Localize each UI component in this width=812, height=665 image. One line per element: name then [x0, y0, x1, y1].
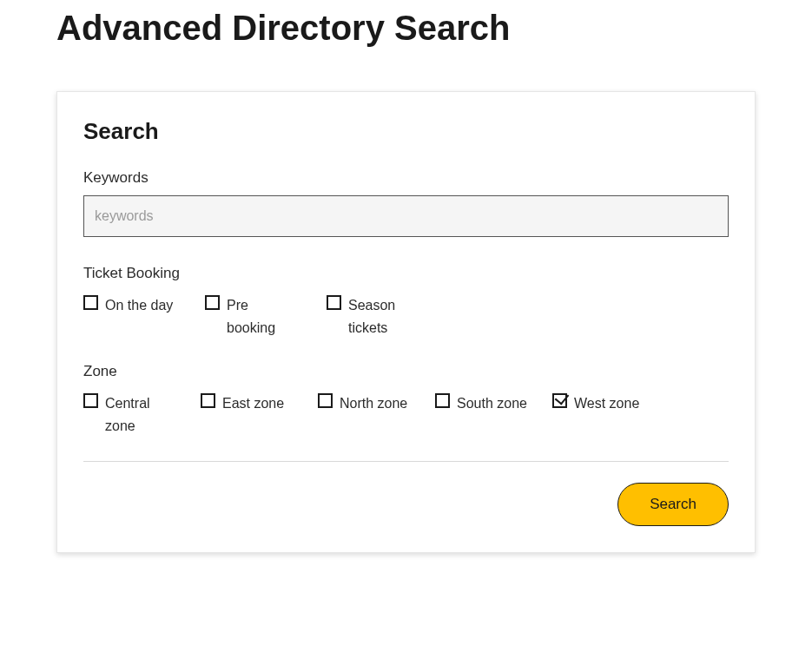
checkbox-item-pre-booking[interactable]: Pre booking	[205, 294, 327, 339]
keywords-input[interactable]	[83, 195, 729, 237]
checkbox-item-south-zone[interactable]: South zone	[435, 392, 552, 437]
checkbox-item-east-zone[interactable]: East zone	[201, 392, 318, 437]
ticket-booking-label: Ticket Booking	[83, 265, 729, 282]
checkbox-label: Central zone	[105, 392, 179, 437]
checkbox-icon	[83, 295, 98, 310]
search-heading: Search	[83, 118, 729, 145]
checkbox-label: North zone	[340, 392, 407, 415]
search-button[interactable]: Search	[617, 483, 729, 526]
checkbox-label: South zone	[457, 392, 527, 415]
ticket-booking-group: On the day Pre booking Season tickets	[83, 294, 729, 339]
checkbox-item-north-zone[interactable]: North zone	[318, 392, 435, 437]
zone-label: Zone	[83, 363, 729, 380]
search-card: Search Keywords Ticket Booking On the da…	[56, 91, 756, 553]
checkbox-label: Pre booking	[227, 294, 300, 339]
checkbox-item-on-the-day[interactable]: On the day	[83, 294, 205, 339]
divider	[83, 461, 729, 462]
checkbox-item-west-zone[interactable]: West zone	[552, 392, 670, 437]
checkbox-icon	[435, 393, 450, 408]
checkbox-label: Season tickets	[348, 294, 422, 339]
page-title: Advanced Directory Search	[56, 9, 756, 48]
zone-group: Central zone East zone North zone South …	[83, 392, 729, 437]
checkbox-label: West zone	[574, 392, 639, 415]
checkbox-item-central-zone[interactable]: Central zone	[83, 392, 201, 437]
checkbox-item-season-tickets[interactable]: Season tickets	[327, 294, 448, 339]
footer-row: Search	[83, 483, 729, 526]
checkbox-label: On the day	[105, 294, 173, 317]
checkbox-icon	[552, 393, 567, 408]
keywords-label: Keywords	[83, 169, 729, 187]
checkbox-icon	[205, 295, 220, 310]
checkbox-icon	[327, 295, 341, 310]
checkbox-icon	[83, 393, 98, 408]
checkbox-icon	[318, 393, 333, 408]
checkbox-icon	[201, 393, 215, 408]
checkbox-label: East zone	[222, 392, 284, 415]
